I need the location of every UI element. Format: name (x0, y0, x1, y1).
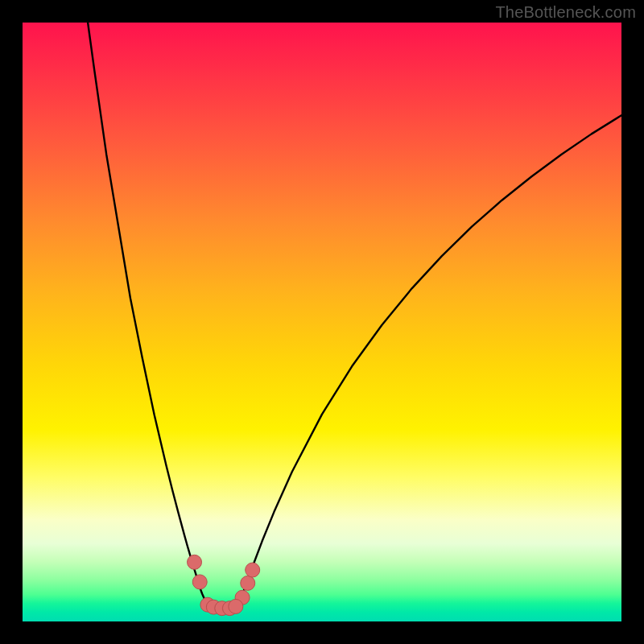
curve-lines (88, 23, 621, 609)
plot-area (23, 23, 621, 621)
series-left-curve (88, 23, 208, 605)
marker-flat-5 (229, 599, 243, 613)
series-right-curve (238, 115, 621, 605)
marker-left-upper (188, 555, 202, 569)
marker-right-b (241, 576, 255, 590)
chart-svg (23, 23, 621, 621)
marker-right-c (246, 563, 260, 577)
outer-frame: TheBottleneck.com (0, 0, 644, 644)
watermark-label: TheBottleneck.com (495, 3, 636, 22)
marker-dots (188, 555, 260, 615)
marker-left-lower (192, 575, 207, 589)
